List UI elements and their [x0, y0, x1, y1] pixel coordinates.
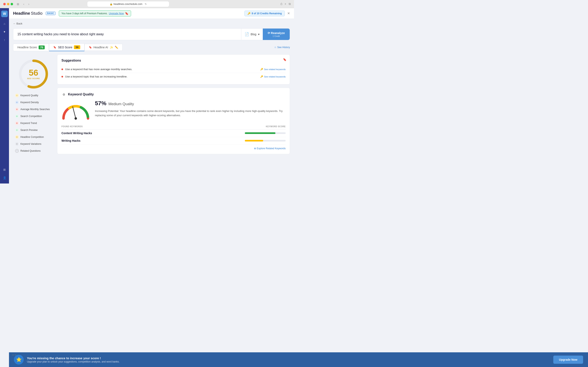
seo-score-badge: 56	[74, 45, 80, 49]
keyword-bar-1	[245, 140, 263, 142]
nav-dot-search-preview: ⊙	[15, 128, 19, 132]
keyword-score-label: KEYWORD SCORE	[266, 125, 286, 128]
app-logo-icon[interactable]: W	[1, 11, 8, 17]
headline-score-badge: 75	[39, 45, 45, 49]
sidebar-puzzle-icon[interactable]: ⊞	[1, 166, 8, 173]
nav-dot-avg-searches: ⊛	[15, 108, 19, 111]
nav-dot-keyword-variations: ⊠	[15, 142, 19, 146]
suggestion-dot-0	[61, 68, 63, 70]
nav-item-headline-competition[interactable]: ⊟ Headline Competition	[13, 133, 54, 141]
browser-nav: ⊞ ‹ ›	[16, 2, 30, 6]
sidebar-home-icon[interactable]: ⌂	[1, 20, 8, 27]
security-icon: 🔒	[110, 3, 113, 6]
close-dot[interactable]	[3, 3, 6, 5]
nav-label-search-preview: Search Preview	[20, 129, 38, 132]
see-history-label: See History	[277, 46, 290, 49]
headline-input[interactable]	[13, 29, 241, 40]
browser-address-bar[interactable]: 🔒 headlines.coschedule.com ↻	[87, 1, 169, 7]
tab-headline-score[interactable]: Headline Score 75	[13, 44, 49, 51]
browser-dots	[3, 3, 13, 5]
keywords-table-header: FOUND KEYWORDS KEYWORD SCORE	[61, 125, 286, 129]
suggestion-text-1: Use a keyword topic that has an increasi…	[65, 75, 127, 78]
gauge-wrapper	[61, 100, 90, 121]
nav-dot-headline-competition: ⊟	[15, 135, 19, 139]
blog-selector[interactable]: 📄 Blog ▾	[241, 29, 263, 40]
nav-item-keyword-variations[interactable]: ⊠ Keyword Variations	[13, 141, 54, 147]
windows-icon[interactable]: ⧉	[289, 2, 291, 6]
nav-dot-keyword-trend: ⊞	[15, 121, 19, 125]
settings-icon[interactable]: ✕	[287, 11, 290, 15]
forward-browser-icon[interactable]: ›	[27, 2, 31, 6]
kq-percentage: 57%	[95, 100, 106, 107]
nav-item-keyword-quality[interactable]: ⊙ Keyword Quality	[13, 92, 54, 99]
explore-related-link[interactable]: ⊕ Explore Related Keywords	[61, 147, 286, 150]
sidebar-headline-icon[interactable]: ✦	[1, 29, 8, 35]
see-related-0[interactable]: 🔑 See related keywords	[260, 68, 286, 71]
ai-sparkle-icon: ✨	[110, 46, 113, 49]
keyword-name-0: Content Writing Hacks	[61, 132, 92, 135]
nav-dot-keyword-quality: ⊙	[15, 94, 19, 97]
nav-item-search-preview[interactable]: ⊙ Search Preview	[13, 127, 54, 133]
blog-label: Blog	[251, 33, 256, 36]
see-related-label-0: See related keywords	[264, 68, 286, 71]
tab-seo-score[interactable]: 🔖 SEO Score 56	[49, 43, 85, 51]
suggestions-list: Use a keyword that has more average mont…	[61, 66, 286, 80]
nav-item-avg-searches[interactable]: ⊛ Average Monthly Searches	[13, 106, 54, 113]
back-browser-icon[interactable]: ‹	[22, 2, 26, 6]
headline-input-row: 📄 Blog ▾ ⟳ Reanalyze 1 Credit	[13, 28, 290, 40]
share-icon[interactable]: ⎙	[281, 2, 282, 6]
browser-chrome: ⊞ ‹ › 🔒 headlines.coschedule.com ↻ ⎙ + ⧉	[0, 0, 294, 8]
suggestion-dot-1	[61, 76, 63, 77]
keyword-name-1: Writing Hacks	[61, 139, 80, 142]
nav-item-related-questions[interactable]: ? Related Questions	[13, 147, 54, 154]
see-related-1[interactable]: 🔑 See related keywords	[260, 75, 286, 78]
gauge-svg	[61, 100, 90, 120]
maximize-dot[interactable]	[11, 3, 13, 5]
tab-headline-ai[interactable]: 🔖 Headline AI ✨ ✏️	[85, 44, 123, 51]
logo-studio-text: Studio	[31, 11, 43, 16]
nav-item-keyword-trend[interactable]: ⊞ Keyword Trend	[13, 120, 54, 127]
credits-badge: 🔑 8 of 10 Credits Remaining	[244, 11, 285, 16]
upgrade-link[interactable]: Upgrade Now	[109, 12, 124, 15]
sidebar-icons: W ⌂ ✦ ↑ ⊞ 👤	[0, 8, 9, 184]
top-header: HeadlineStudio BASIC You have 3 days lef…	[9, 8, 294, 19]
keyword-quality-header: ⊙ Keyword Quality	[61, 92, 286, 97]
keyword-quality-body: 57% Medium Quality Increasing Potential:…	[61, 100, 286, 121]
premium-text: You have 3 days left of Premium Features…	[61, 12, 108, 15]
tab-seo-score-label: SEO Score	[58, 46, 72, 49]
see-history-link[interactable]: ☆ See History	[274, 46, 290, 49]
main-content: HeadlineStudio BASIC You have 3 days lef…	[9, 8, 294, 184]
suggestions-card: 🔖 Suggestions Use a keyword that has mor…	[57, 54, 290, 84]
nav-label-keyword-quality: Keyword Quality	[20, 94, 38, 97]
card-bookmark-icon[interactable]: 🔖	[283, 58, 286, 61]
kq-quality-label: Medium Quality	[108, 102, 134, 106]
sidebar-analytics-icon[interactable]: ↑	[1, 37, 8, 43]
suggestion-left-1: Use a keyword topic that has an increasi…	[61, 75, 127, 78]
tab-headline-ai-label: Headline AI	[94, 46, 108, 49]
nav-item-search-competition[interactable]: ⊝ Search Competition	[13, 113, 54, 120]
nav-label-keyword-density: Keyword Density	[20, 101, 39, 104]
suggestion-text-0: Use a keyword that has more average mont…	[65, 68, 132, 71]
credits-text: 8 of 10 Credits Remaining	[252, 12, 282, 15]
reanalyze-button[interactable]: ⟳ Reanalyze 1 Credit	[263, 29, 290, 40]
suggestion-item-1: Use a keyword topic that has an increasi…	[61, 73, 286, 80]
found-keywords-label: FOUND KEYWORDS	[61, 125, 83, 128]
back-link[interactable]: ← Back	[13, 22, 290, 25]
reanalyze-label: ⟳ Reanalyze	[268, 31, 285, 35]
nav-label-keyword-trend: Keyword Trend	[20, 122, 37, 125]
nav-label-related-questions: Related Questions	[20, 150, 41, 152]
sidebar-avatar[interactable]: 👤	[1, 175, 8, 181]
content-row: 56 SEO SCORE ⊙ Keyword Quality ⊜ Keyword…	[13, 54, 290, 154]
nav-item-keyword-density[interactable]: ⊜ Keyword Density	[13, 99, 54, 106]
reload-icon[interactable]: ↻	[145, 3, 147, 6]
new-tab-icon[interactable]: +	[285, 2, 286, 6]
sidebar-toggle-icon[interactable]: ⊞	[16, 2, 20, 6]
svg-line-2	[73, 107, 76, 118]
minimize-dot[interactable]	[7, 3, 9, 5]
suggestion-item-0: Use a keyword that has more average mont…	[61, 66, 286, 73]
keyword-quality-icon: ⊙	[61, 92, 66, 97]
seo-score-number: 56	[27, 68, 40, 77]
chevron-down-icon: ▾	[258, 33, 259, 36]
plan-badge: BASIC	[46, 12, 56, 15]
keyword-bar-0	[245, 132, 276, 134]
